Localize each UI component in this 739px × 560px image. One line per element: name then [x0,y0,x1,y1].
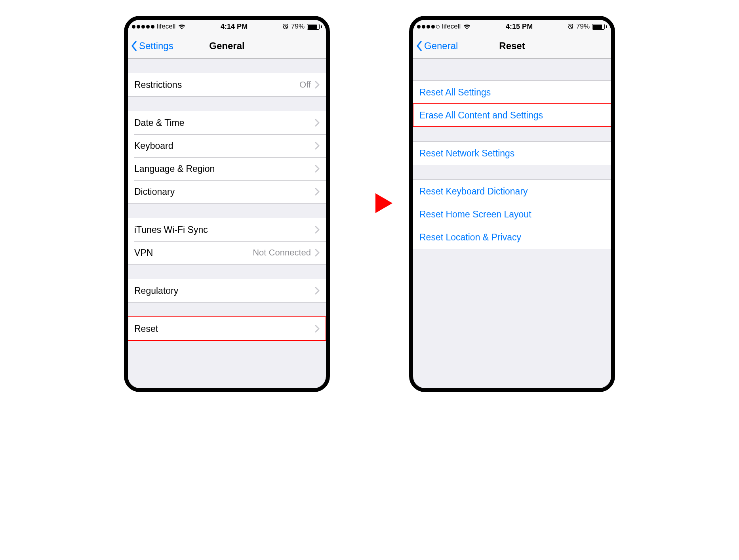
row-label: VPN [134,248,253,258]
row-reset-all-settings[interactable]: Reset All Settings [413,81,611,104]
chevron-right-icon [315,165,320,173]
row-dictionary[interactable]: Dictionary [128,180,326,203]
row-language-region[interactable]: Language & Region [128,157,326,180]
battery-icon [592,24,607,30]
row-reset[interactable]: Reset [128,317,326,340]
chevron-right-icon [315,287,320,295]
battery-pct-label: 79% [291,23,305,30]
chevron-right-icon [315,325,320,333]
wifi-icon [178,24,186,30]
back-button[interactable]: General [413,40,458,51]
row-label: Language & Region [134,164,315,174]
row-date-time[interactable]: Date & Time [128,111,326,134]
chevron-right-icon [315,142,320,150]
alarm-icon [282,23,289,30]
row-reset-location-privacy[interactable]: Reset Location & Privacy [413,226,611,249]
wifi-icon [463,24,471,30]
row-label: Dictionary [134,187,315,197]
phone-reset: lifecell 4:15 PM 79% General Reset [409,16,615,392]
row-reset-keyboard-dictionary[interactable]: Reset Keyboard Dictionary [413,180,611,203]
row-label: Date & Time [134,118,315,128]
row-vpn[interactable]: VPN Not Connected [128,241,326,264]
row-label: Reset [134,324,315,334]
clock-label: 4:15 PM [506,23,533,31]
row-label: Restrictions [134,80,299,90]
chevron-left-icon [131,41,137,51]
row-regulatory[interactable]: Regulatory [128,279,326,302]
chevron-right-icon [315,226,320,234]
clock-label: 4:14 PM [221,23,248,31]
back-label: General [424,40,458,51]
status-bar: lifecell 4:15 PM 79% [413,20,611,33]
arrow-right-icon [346,187,393,221]
nav-bar: Settings General [128,33,326,59]
back-button[interactable]: Settings [128,40,173,51]
chevron-right-icon [315,119,320,127]
reset-list: Reset All Settings Erase All Content and… [413,59,611,388]
row-label: Reset Network Settings [419,148,605,159]
settings-list: Restrictions Off Date & Time Keyboard La… [128,59,326,388]
nav-bar: General Reset [413,33,611,59]
row-label: iTunes Wi-Fi Sync [134,225,315,235]
row-label: Erase All Content and Settings [419,110,605,121]
signal-dots-icon [132,25,154,29]
back-label: Settings [139,40,173,51]
battery-icon [307,24,322,30]
carrier-label: lifecell [442,23,461,30]
row-label: Reset Home Screen Layout [419,209,605,220]
row-label: Reset Location & Privacy [419,232,605,243]
row-label: Keyboard [134,141,315,151]
chevron-right-icon [315,249,320,257]
row-value: Not Connected [253,248,311,258]
row-erase-all-content-and-settings[interactable]: Erase All Content and Settings [413,104,611,127]
row-itunes-wifi-sync[interactable]: iTunes Wi-Fi Sync [128,218,326,241]
row-label: Reset Keyboard Dictionary [419,186,605,197]
chevron-left-icon [416,41,423,51]
row-reset-home-screen-layout[interactable]: Reset Home Screen Layout [413,203,611,226]
battery-pct-label: 79% [576,23,590,30]
chevron-right-icon [315,81,320,89]
chevron-right-icon [315,188,320,196]
row-value: Off [299,80,311,90]
signal-dots-icon [417,25,440,29]
phone-general: lifecell 4:14 PM 79% Settings General [124,16,330,392]
row-restrictions[interactable]: Restrictions Off [128,73,326,96]
row-label: Reset All Settings [419,87,605,98]
row-keyboard[interactable]: Keyboard [128,134,326,157]
status-bar: lifecell 4:14 PM 79% [128,20,326,33]
alarm-icon [568,23,574,30]
row-label: Regulatory [134,286,315,296]
carrier-label: lifecell [157,23,175,30]
row-reset-network-settings[interactable]: Reset Network Settings [413,142,611,165]
